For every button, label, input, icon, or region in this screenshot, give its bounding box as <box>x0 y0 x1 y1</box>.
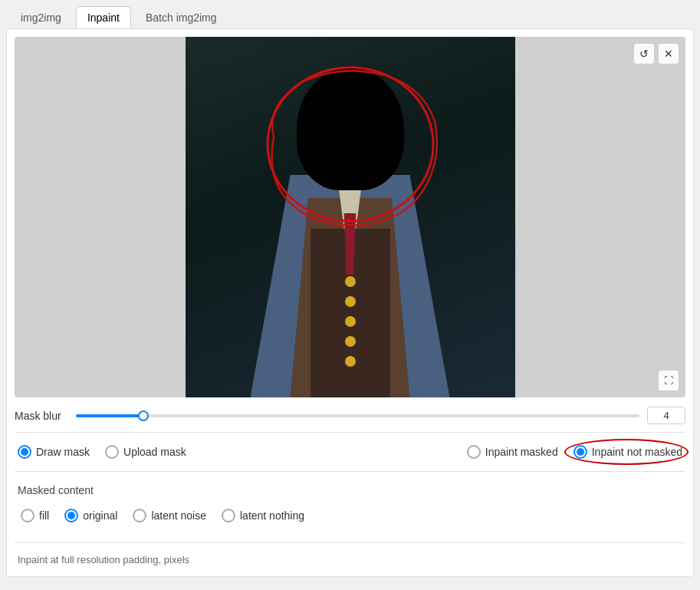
radio-latent-nothing-label: latent nothing <box>240 509 304 522</box>
radio-original-circle <box>64 509 78 522</box>
canvas-toolbar: ↺ ✕ <box>633 43 679 64</box>
canvas-expand-button[interactable]: ⛶ <box>658 370 679 391</box>
divider-2 <box>15 471 685 472</box>
radio-inpaint-not-masked[interactable]: Inpaint not masked <box>573 445 682 459</box>
mask-blur-row: Mask blur 4 <box>15 407 685 424</box>
masked-content-section: Masked content fill original <box>15 480 685 535</box>
masked-content-group: fill original latent noise <box>18 501 682 530</box>
canvas-area: ↺ ✕ ⛶ <box>15 37 685 397</box>
controls-section: Mask blur 4 Draw mask <box>15 407 685 569</box>
divider-1 <box>15 432 685 433</box>
slider-thumb <box>138 410 149 421</box>
inpaint-mode-group: Inpaint masked Inpaint not masked <box>467 445 682 459</box>
radio-fill-label: fill <box>39 509 49 522</box>
vest-button-1 <box>345 276 356 287</box>
radio-inpaint-not-masked-circle <box>573 445 587 459</box>
radio-inpaint-not-masked-label: Inpaint not masked <box>592 446 682 458</box>
radio-original-dot <box>67 512 75 519</box>
vest-button-2 <box>345 296 356 307</box>
svg-point-0 <box>268 68 433 221</box>
radio-inpaint-masked-label: Inpaint masked <box>485 446 558 458</box>
radio-draw-mask-label: Draw mask <box>36 446 90 458</box>
tab-inpaint[interactable]: Inpaint <box>76 6 131 28</box>
radio-draw-mask[interactable]: Draw mask <box>18 445 90 459</box>
mask-blur-label: Mask blur <box>15 410 68 422</box>
reset-icon: ↺ <box>639 48 649 60</box>
mask-blur-value[interactable]: 4 <box>647 407 685 424</box>
radio-original-label: original <box>83 509 117 522</box>
footer-hint: Inpaint at full resolution padding, pixe… <box>15 551 685 569</box>
radio-inpaint-not-masked-dot <box>577 448 584 456</box>
divider-3 <box>15 542 685 543</box>
radio-inpaint-masked-circle <box>467 445 481 459</box>
radio-latent-nothing-circle <box>222 509 235 522</box>
app-container: img2img Inpaint Batch img2img <box>0 0 700 590</box>
radio-fill[interactable]: fill <box>21 509 49 522</box>
radio-original[interactable]: original <box>64 509 117 522</box>
radio-inpaint-masked[interactable]: Inpaint masked <box>467 445 558 459</box>
tab-batch[interactable]: Batch img2img <box>134 6 228 28</box>
mask-mode-group: Draw mask Upload mask <box>18 445 186 459</box>
radio-latent-noise-circle <box>133 509 146 522</box>
radio-draw-mask-dot <box>21 448 28 456</box>
close-icon: ✕ <box>664 48 673 60</box>
vest-buttons <box>345 276 356 367</box>
radio-upload-mask[interactable]: Upload mask <box>105 445 186 459</box>
vest-button-5 <box>345 356 356 367</box>
radio-latent-nothing[interactable]: latent nothing <box>222 509 304 522</box>
canvas-close-button[interactable]: ✕ <box>658 43 679 64</box>
vest-button-4 <box>345 336 356 347</box>
radio-upload-mask-label: Upload mask <box>123 446 186 458</box>
tab-img2img[interactable]: img2img <box>9 6 73 28</box>
radio-latent-noise[interactable]: latent noise <box>133 509 206 522</box>
radio-latent-noise-label: latent noise <box>151 509 206 522</box>
vest-button-3 <box>345 316 356 327</box>
slider-fill <box>76 414 143 417</box>
mask-blur-slider[interactable] <box>76 414 639 417</box>
canvas-image[interactable] <box>186 37 515 397</box>
canvas-reset-button[interactable]: ↺ <box>633 43 655 64</box>
radio-upload-mask-circle <box>105 445 119 459</box>
mask-drawing <box>262 60 439 229</box>
expand-icon: ⛶ <box>664 375 673 386</box>
radio-fill-circle <box>21 509 35 522</box>
radio-draw-mask-circle <box>18 445 31 459</box>
masked-content-label: Masked content <box>18 484 682 496</box>
tab-bar: img2img Inpaint Batch img2img <box>0 0 700 28</box>
main-panel: ↺ ✕ ⛶ Mask blur 4 <box>6 28 694 577</box>
